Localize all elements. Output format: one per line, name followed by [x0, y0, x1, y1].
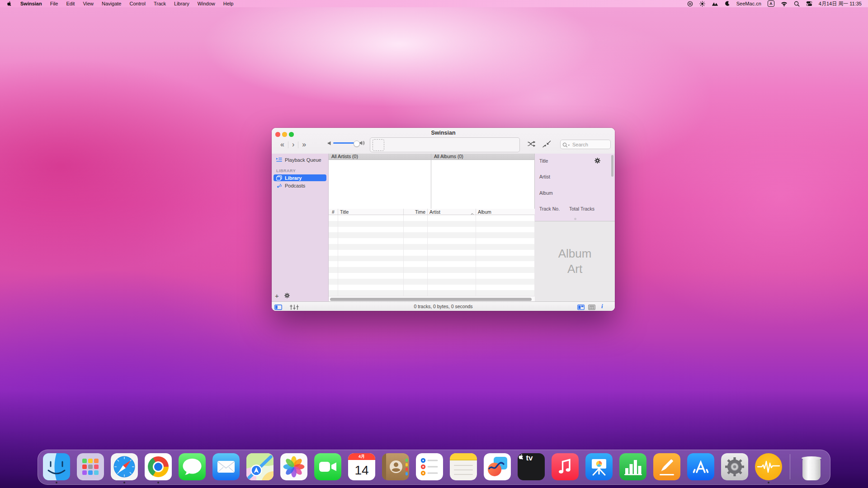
dock-item-appstore[interactable] — [687, 453, 714, 480]
mountains-status-icon[interactable] — [708, 0, 722, 7]
menu-file[interactable]: File — [46, 0, 62, 7]
column-header-time[interactable]: Time — [404, 209, 428, 215]
sidebar-settings-gear-icon[interactable] — [284, 292, 290, 300]
menu-control[interactable]: Control — [125, 0, 149, 7]
column-header-title[interactable]: Title — [338, 209, 404, 215]
menu-view[interactable]: View — [79, 0, 98, 7]
input-method-icon[interactable]: A — [764, 0, 778, 7]
dock-item-messages[interactable] — [179, 453, 206, 480]
playback-queue-icon — [276, 157, 282, 162]
dock-item-swinsian[interactable] — [755, 453, 782, 480]
info-field-total-tracks[interactable]: Total Tracks — [569, 206, 594, 211]
mail-icon — [212, 453, 240, 480]
status-lines-circle-icon[interactable] — [684, 0, 696, 7]
compact-mode-button[interactable] — [542, 141, 551, 150]
play-button[interactable]: › — [288, 139, 298, 150]
dock-item-maps[interactable] — [246, 453, 274, 480]
dock-item-trash[interactable] — [798, 453, 825, 480]
artists-list[interactable] — [329, 160, 431, 209]
column-header-number[interactable]: # — [329, 209, 338, 215]
track-row — [329, 227, 535, 233]
menu-app-name[interactable]: Swinsian — [16, 0, 46, 7]
menu-bar-clock[interactable]: 4月14日 周一 11:35 — [816, 0, 863, 7]
browser-view-button[interactable] — [577, 304, 585, 311]
info-pane-scrollbar[interactable] — [611, 155, 613, 177]
dock-item-safari[interactable] — [111, 453, 138, 480]
volume-slider[interactable] — [333, 142, 358, 144]
settings-icon — [721, 453, 748, 480]
menu-track[interactable]: Track — [150, 0, 170, 7]
dock: 4月 14 tv — [38, 450, 830, 485]
dock-item-appletv[interactable]: tv — [518, 453, 545, 480]
calendar-icon: 4月 14 — [348, 453, 375, 480]
dock-item-photos[interactable] — [280, 453, 307, 480]
wifi-icon[interactable] — [778, 0, 791, 7]
track-row — [329, 238, 535, 244]
sidebar-item-playback-queue[interactable]: Playback Queue — [274, 156, 326, 163]
dock-item-keynote[interactable] — [585, 453, 613, 480]
control-center-icon[interactable] — [803, 0, 816, 7]
maps-icon — [246, 453, 274, 480]
sidebar-item-library[interactable]: Library — [274, 174, 326, 181]
dock-item-numbers[interactable] — [619, 453, 646, 480]
menu-edit[interactable]: Edit — [62, 0, 79, 7]
previous-track-button[interactable]: « — [277, 139, 288, 150]
dock-item-calendar[interactable]: 4月 14 — [348, 453, 375, 480]
search-input[interactable] — [560, 140, 611, 149]
info-pane-gear-icon[interactable] — [594, 157, 600, 165]
horizontal-scrollbar-thumb[interactable] — [330, 298, 532, 301]
focus-moon-icon[interactable] — [722, 0, 733, 7]
column-header-artist-label: Artist — [429, 209, 440, 215]
status-vendor-text[interactable]: SeeMac.cn — [733, 0, 764, 7]
dock-item-freeform[interactable] — [484, 453, 511, 480]
dock-item-finder[interactable] — [43, 453, 70, 480]
volume-slider-knob[interactable] — [354, 141, 360, 147]
menu-library[interactable]: Library — [170, 0, 193, 7]
pane-resize-handle[interactable] — [574, 218, 576, 220]
grid-view-button[interactable] — [588, 304, 595, 311]
track-row — [329, 261, 535, 267]
track-row — [329, 267, 535, 273]
search-field-wrap — [560, 140, 611, 149]
menu-window[interactable]: Window — [193, 0, 219, 7]
sidebar-footer: + — [275, 292, 290, 300]
apple-menu[interactable] — [0, 0, 16, 7]
spotlight-search-icon[interactable] — [791, 0, 803, 7]
column-header-album[interactable]: Album — [476, 209, 535, 215]
dock-item-pages[interactable] — [653, 453, 680, 480]
input-method-label: A — [768, 0, 774, 7]
dock-item-reminders[interactable] — [416, 453, 443, 480]
shuffle-button[interactable] — [528, 141, 536, 149]
dock-item-launchpad[interactable] — [77, 453, 104, 480]
brightness-icon[interactable] — [696, 0, 708, 7]
dock-item-notes[interactable] — [450, 453, 477, 480]
sidebar-item-podcasts[interactable]: Podcasts — [274, 182, 326, 189]
menu-help[interactable]: Help — [219, 0, 238, 7]
add-playlist-button[interactable]: + — [275, 293, 279, 299]
podcasts-icon — [276, 183, 282, 188]
info-field-artist[interactable]: Artist — [539, 174, 550, 179]
track-row — [329, 290, 535, 296]
albums-list[interactable] — [431, 160, 534, 209]
track-row — [329, 215, 535, 221]
track-row — [329, 232, 535, 238]
dock-item-chrome[interactable] — [145, 453, 172, 480]
albums-pane: All Albums (0) — [431, 154, 535, 209]
next-track-button[interactable]: » — [298, 139, 310, 150]
info-field-title[interactable]: Title — [539, 158, 548, 164]
dock-item-music[interactable] — [552, 453, 579, 480]
info-field-track-no[interactable]: Track No. — [539, 206, 560, 211]
menu-bar: Swinsian File Edit View Navigate Control… — [0, 0, 868, 7]
dock-item-contacts[interactable] — [382, 453, 409, 480]
info-field-album[interactable]: Album — [539, 190, 553, 196]
dock-item-settings[interactable] — [721, 453, 748, 480]
dock-item-facetime[interactable] — [314, 453, 341, 480]
transport-controls: « › » — [277, 139, 310, 150]
info-button[interactable]: i — [601, 303, 603, 310]
volume-low-icon — [328, 141, 331, 145]
column-header-artist[interactable]: Artist — [428, 209, 476, 215]
track-rows — [329, 215, 535, 296]
menu-navigate[interactable]: Navigate — [98, 0, 125, 7]
appletv-icon: tv — [518, 453, 545, 480]
dock-item-mail[interactable] — [212, 453, 240, 480]
